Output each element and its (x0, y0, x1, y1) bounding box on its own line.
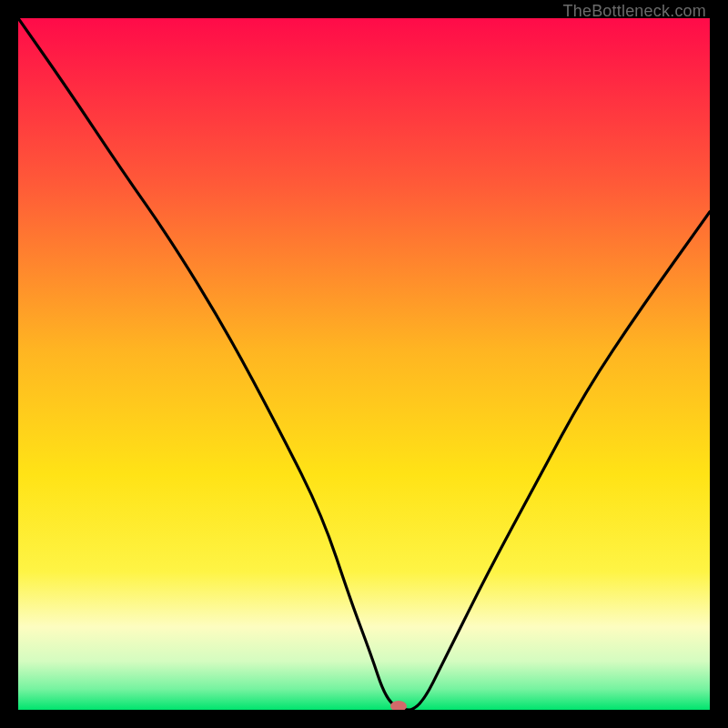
bottleneck-curve (18, 18, 710, 710)
plot-area (18, 18, 710, 710)
watermark-text: TheBottleneck.com (563, 2, 706, 21)
